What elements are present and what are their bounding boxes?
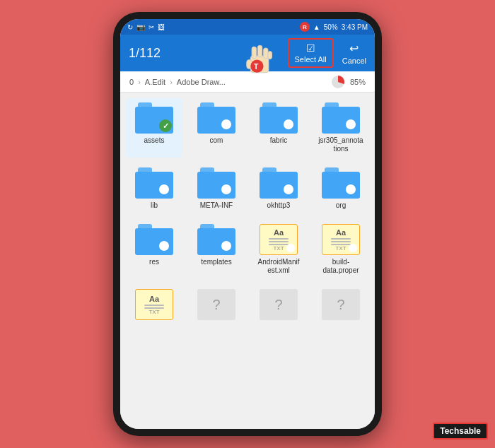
list-item[interactable]: ? <box>250 285 307 327</box>
list-item[interactable]: ? <box>188 285 245 327</box>
phone-screen: ↻ 📷 ✂ 🖼 R ▲ 50% 3:43 PM 1/112 ☑ Select A… <box>120 19 375 429</box>
selected-check-icon: ✓ <box>159 119 172 132</box>
cancel-button[interactable]: ↩ Cancel <box>342 42 366 65</box>
storage-indicator: 85% <box>331 75 368 89</box>
folder-icon <box>197 224 235 255</box>
file-label: okhttp3 <box>267 201 291 210</box>
status-icons-left: ↻ 📷 ✂ 🖼 <box>127 23 165 31</box>
chevron-icon: › <box>138 78 141 86</box>
breadcrumb: 0 › A.Edit › Adobe Draw... 85% <box>120 71 375 93</box>
unknown-file-icon: ? <box>197 289 235 320</box>
folder-icon <box>197 167 235 199</box>
list-item[interactable]: com <box>188 98 245 158</box>
list-item[interactable]: fabric <box>250 98 307 158</box>
watermark-badge: Techsable <box>433 423 488 440</box>
list-item[interactable]: ? <box>313 285 369 327</box>
folder-icon <box>135 167 173 199</box>
unknown-file-icon: ? <box>260 289 298 320</box>
phone-device: ↻ 📷 ✂ 🖼 R ▲ 50% 3:43 PM 1/112 ☑ Select A… <box>113 12 382 436</box>
file-label: build-data.proper <box>318 258 363 275</box>
file-label: META-INF <box>200 201 233 210</box>
file-label: fabric <box>270 136 287 145</box>
cancel-label: Cancel <box>342 57 366 65</box>
list-item[interactable]: Aa TXT build-data.proper <box>313 220 369 279</box>
select-all-label: Select All <box>295 55 327 64</box>
txt-file-icon: Aa TXT <box>260 224 298 255</box>
file-label: templates <box>201 258 231 266</box>
list-item[interactable]: res <box>126 220 182 279</box>
folder-icon <box>322 102 360 134</box>
folder-icon <box>260 167 298 199</box>
cut-icon: ✂ <box>148 23 154 31</box>
svg-point-6 <box>250 60 263 73</box>
time-text: 3:43 PM <box>342 23 368 31</box>
checkbox-icon: ☑ <box>306 42 315 54</box>
action-bar: 1/112 ☑ Select All <box>120 35 375 71</box>
file-grid: ✓ assets com fabric <box>120 93 375 429</box>
r-badge: R <box>300 22 310 32</box>
unknown-file-icon: ? <box>322 289 360 320</box>
file-label: res <box>149 258 159 266</box>
refresh-icon: ↻ <box>127 23 133 31</box>
svg-text:T: T <box>254 62 259 71</box>
list-item[interactable]: ✓ assets <box>126 98 182 158</box>
file-label: jsr305_annotations <box>318 136 363 153</box>
camera-icon: 📷 <box>136 23 145 31</box>
file-label: assets <box>144 136 165 145</box>
folder-icon <box>322 167 360 199</box>
file-label: AndroidManifest.xml <box>256 258 301 275</box>
txt-file-icon: Aa TXT <box>322 224 360 255</box>
chevron-icon-2: › <box>170 78 173 86</box>
list-item[interactable]: templates <box>188 220 245 279</box>
file-label: com <box>210 136 223 145</box>
folder-icon: ✓ <box>135 102 173 134</box>
battery-text: 50% <box>324 23 338 31</box>
breadcrumb-path1: A.Edit <box>145 78 165 86</box>
storage-percent: 85% <box>350 78 366 86</box>
folder-icon <box>260 102 298 134</box>
txt-file-icon: Aa TXT <box>135 289 173 320</box>
svg-rect-1 <box>247 60 252 69</box>
folder-icon <box>197 102 235 134</box>
signal-icon: ▲ <box>313 23 320 31</box>
folder-icon <box>135 224 173 255</box>
file-label: lib <box>151 201 158 210</box>
status-bar: ↻ 📷 ✂ 🖼 R ▲ 50% 3:43 PM <box>120 19 375 35</box>
list-item[interactable]: org <box>313 163 369 214</box>
image-icon: 🖼 <box>158 23 165 31</box>
storage-pie-chart <box>331 75 345 89</box>
list-item[interactable]: META-INF <box>188 163 245 214</box>
list-item[interactable]: Aa TXT <box>126 285 182 327</box>
select-all-button[interactable]: ☑ Select All <box>288 38 334 68</box>
breadcrumb-path2: Adobe Draw... <box>177 78 226 86</box>
back-arrow-icon: ↩ <box>349 42 359 55</box>
list-item[interactable]: okhttp3 <box>250 163 307 214</box>
list-item[interactable]: Aa TXT AndroidManifest.xml <box>250 220 307 279</box>
list-item[interactable]: jsr305_annotations <box>313 98 369 158</box>
file-count: 1/112 <box>129 46 288 61</box>
status-right: R ▲ 50% 3:43 PM <box>300 22 368 32</box>
breadcrumb-root: 0 <box>129 78 134 86</box>
file-label: org <box>336 201 346 210</box>
list-item[interactable]: lib <box>126 163 182 214</box>
